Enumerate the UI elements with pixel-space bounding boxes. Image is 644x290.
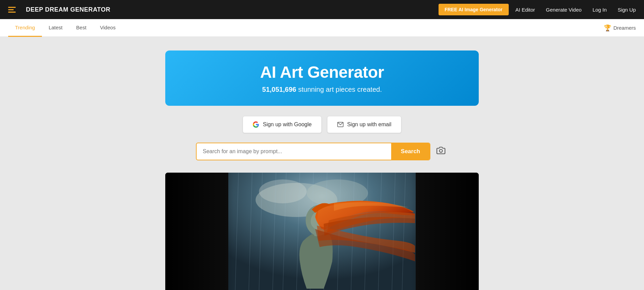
logo-line-3 [8,12,16,13]
logo-line-1 [8,7,16,8]
sub-nav-latest[interactable]: Latest [42,19,70,37]
sub-nav-best[interactable]: Best [70,19,93,37]
nav-generate-video[interactable]: Generate Video [546,7,582,13]
signup-google-button[interactable]: Sign up with Google [243,116,321,133]
email-icon [337,121,344,128]
signup-google-label: Sign up with Google [263,121,311,128]
nav-log-in[interactable]: Log In [593,7,607,13]
hero-title: AI Art Generator [179,63,465,82]
hero-count: 51,051,696 [262,86,296,93]
free-ai-generator-button[interactable]: FREE AI Image Generator [439,4,509,15]
trophy-icon: 🏆 [604,24,611,32]
nav-ai-editor[interactable]: AI Editor [516,7,535,13]
fade-left [165,173,233,290]
search-input[interactable] [197,143,391,160]
logo-line-2 [8,9,14,10]
camera-search-button[interactable] [434,143,448,160]
gallery-container [165,173,479,290]
artwork-svg [228,173,416,290]
hero-banner: AI Art Generator 51,051,696 stunning art… [165,50,479,106]
svg-point-1 [440,149,443,153]
hero-subtitle-text: stunning art pieces created. [296,86,382,93]
search-button[interactable]: Search [391,143,430,160]
sub-nav-videos[interactable]: Videos [93,19,123,37]
sub-nav-trending[interactable]: Trending [8,19,42,37]
fade-right [411,173,479,290]
header-nav: AI Editor Generate Video Log In Sign Up [516,7,636,13]
google-icon [252,121,259,128]
signup-buttons: Sign up with Google Sign up with email [243,116,401,133]
gallery-image [165,173,479,290]
nav-sign-up[interactable]: Sign Up [618,7,636,13]
sub-navigation: Trending Latest Best Videos 🏆 Dreamers [0,19,644,37]
signup-email-label: Sign up with email [347,121,392,128]
hero-subtitle: 51,051,696 stunning art pieces created. [179,86,465,93]
dreamers-label: Dreamers [613,25,636,31]
search-container: Search [196,143,448,160]
figure-area [228,173,416,290]
logo-icon [8,7,16,13]
search-input-wrap: Search [196,143,430,160]
logo-text: DEEP DREAM GENERATOR [26,6,110,13]
signup-email-button[interactable]: Sign up with email [327,116,401,133]
dreamers-badge[interactable]: 🏆 Dreamers [604,24,636,32]
main-header: DEEP DREAM GENERATOR FREE AI Image Gener… [0,0,644,19]
sub-nav-items: Trending Latest Best Videos [8,19,122,37]
camera-icon [436,146,445,155]
hero-section: AI Art Generator 51,051,696 stunning art… [0,37,644,290]
